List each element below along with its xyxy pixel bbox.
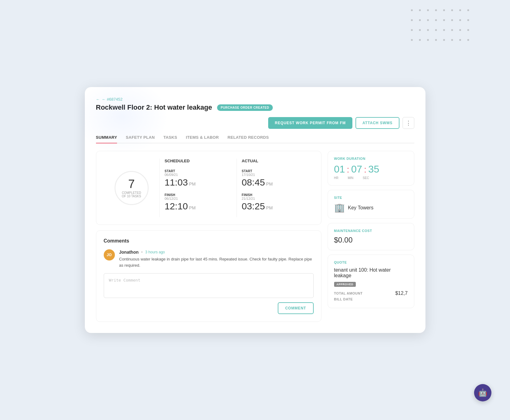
site-name: Key Towers [348, 205, 373, 211]
right-sidebar: WORK DURATION 01 : 07 : 35 HR MIN SEC [328, 151, 414, 322]
total-amount-label: TOTAL AMOUNT [334, 291, 363, 295]
actual-column: ACTUAL START 17/10/21 08:45PM FINISH 21/… [237, 159, 314, 217]
po-badge: PURCHASE ORDER CREATED [217, 104, 273, 111]
total-amount-value: $12,7 [395, 291, 408, 296]
page-title: Rockwell Floor 2: Hot water leakage [96, 103, 212, 112]
quote-title: tenant unit 100: Hot water leakage [334, 267, 408, 278]
scheduled-start-label: START [165, 169, 232, 173]
scheduled-header: SCHEDULED [165, 159, 232, 163]
stats-card: 7 COMPLETED OF 10 TASKS SCHEDULED START [96, 151, 321, 225]
actual-header: ACTUAL [242, 159, 309, 163]
tasks-circle: 7 COMPLETED OF 10 TASKS [115, 171, 149, 205]
quote-label: QUOTE [334, 260, 408, 264]
min-label: MIN [348, 176, 353, 180]
main-grid: 7 COMPLETED OF 10 TASKS SCHEDULED START [96, 151, 414, 322]
comment-author: Jonathon [119, 250, 139, 255]
actual-start-label: START [242, 169, 309, 173]
tasks-circle-wrap: 7 COMPLETED OF 10 TASKS [104, 159, 159, 217]
duration-hours: 01 [334, 164, 345, 175]
scheduled-start-row: START 06/09/21 11:03PM [165, 169, 232, 188]
comments-title: Comments [104, 238, 314, 244]
approved-badge: APPROVED [334, 282, 356, 287]
building-icon: 🏢 [334, 203, 345, 213]
comment-text: Continuous water leakage in drain pipe f… [119, 256, 314, 268]
avatar: JO [104, 249, 115, 260]
attach-swms-button[interactable]: ATTACH SWMS [355, 117, 399, 129]
maintenance-cost-value: $0.00 [334, 236, 408, 244]
site-section: SITE 🏢 Key Towers [328, 190, 414, 219]
comment-body: Jonathon • 3 hours ago Continuous water … [119, 249, 314, 268]
duration-seconds: 35 [368, 164, 379, 175]
actual-start-time: 08:45PM [242, 177, 309, 188]
tasks-completed-number: 7 [128, 178, 135, 190]
more-options-button[interactable]: ⋮ [403, 117, 414, 129]
tabs: SUMMARY SAFETY PLAN TASKS ITEMS & LABOR … [96, 135, 414, 143]
work-duration-section: WORK DURATION 01 : 07 : 35 HR MIN SEC [328, 151, 414, 186]
actual-finish-label: FINISH [242, 193, 309, 197]
quote-section: QUOTE tenant unit 100: Hot water leakage… [328, 255, 414, 308]
back-link[interactable]: ← ← #687452 [96, 97, 414, 102]
tab-items-labor[interactable]: ITEMS & LABOR [186, 135, 219, 143]
maintenance-cost-section: MAINTENANCE COST $0.00 [328, 223, 414, 250]
scheduled-start-date: 06/09/21 [165, 173, 232, 177]
site-label: SITE [334, 196, 408, 199]
sec-label: SEC [363, 176, 369, 180]
tab-related-records[interactable]: RELATED RECORDS [228, 135, 269, 143]
chatbot-button[interactable]: 🤖 [474, 384, 491, 401]
back-link-label: ← #687452 [102, 97, 123, 102]
tab-tasks[interactable]: TASKS [163, 135, 177, 143]
request-work-permit-button[interactable]: REQUEST WORK PERMIT FROM FM [268, 117, 353, 129]
action-row: REQUEST WORK PERMIT FROM FM ATTACH SWMS … [96, 117, 414, 129]
scheduled-finish-row: FINISH 06/12/21 12:10PM [165, 193, 232, 212]
actual-finish-date: 21/12/21 [242, 197, 309, 200]
maintenance-cost-label: MAINTENANCE COST [334, 229, 408, 233]
scheduled-finish-label: FINISH [165, 193, 232, 197]
duration-display: 01 : 07 : 35 [334, 164, 408, 175]
comments-section: Comments JO Jonathon • 3 hours ago Conti… [96, 230, 321, 322]
actual-start-date: 17/10/21 [242, 173, 309, 177]
tab-safety-plan[interactable]: SAFETY PLAN [126, 135, 155, 143]
bill-date-label: BILL DATE [334, 297, 353, 301]
actual-finish-row: FINISH 21/12/21 03:25PM [242, 193, 309, 212]
ellipsis-icon: ⋮ [406, 120, 411, 126]
robot-icon: 🤖 [478, 388, 487, 397]
comment-submit-button[interactable]: COMMENT [278, 302, 314, 314]
header-row: Rockwell Floor 2: Hot water leakage PURC… [96, 103, 414, 112]
comment-item: JO Jonathon • 3 hours ago Continuous wat… [104, 249, 314, 268]
actual-finish-time: 03:25PM [242, 201, 309, 212]
tab-summary[interactable]: SUMMARY [96, 135, 117, 143]
comment-time: 3 hours ago [145, 250, 165, 254]
back-arrow-icon: ← [96, 97, 100, 102]
scheduled-finish-date: 06/12/21 [165, 197, 232, 200]
tasks-label: COMPLETED OF 10 TASKS [122, 191, 141, 198]
work-duration-label: WORK DURATION [334, 157, 408, 160]
actual-start-row: START 17/10/21 08:45PM [242, 169, 309, 188]
scheduled-start-time: 11:03PM [165, 177, 232, 188]
scheduled-finish-time: 12:10PM [165, 201, 232, 212]
scheduled-column: SCHEDULED START 06/09/21 11:03PM FINISH … [159, 159, 237, 217]
summary-section: 7 COMPLETED OF 10 TASKS SCHEDULED START [96, 151, 321, 322]
hr-label: HR [334, 176, 338, 180]
duration-minutes: 07 [351, 164, 362, 175]
comment-input[interactable] [104, 273, 314, 298]
comment-input-area: COMMENT [104, 273, 314, 314]
